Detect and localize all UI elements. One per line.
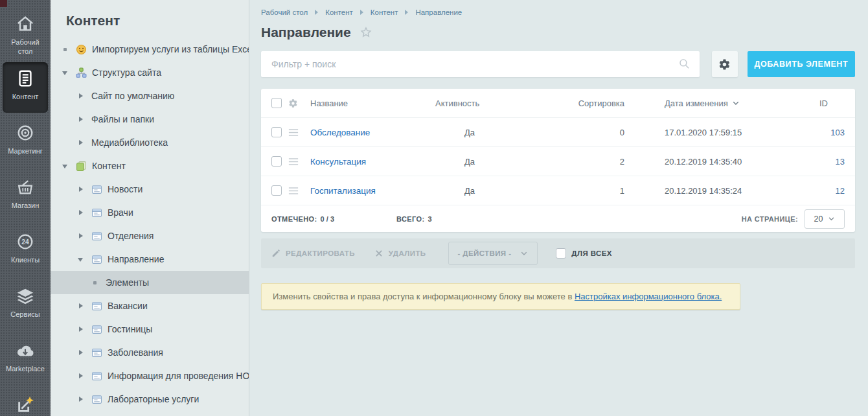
row-menu-icon[interactable] (288, 157, 299, 166)
home-icon (16, 14, 35, 34)
chevron-right-icon (76, 371, 86, 380)
row-checkbox[interactable] (271, 127, 282, 137)
table-header-row: Название Активность Сортировка Дата изме… (261, 89, 855, 117)
sidebar-item-content[interactable]: Контент (3, 62, 48, 113)
breadcrumb-link[interactable]: Контент (371, 8, 398, 16)
breadcrumb-link[interactable]: Контент (325, 8, 353, 16)
menu-item-elements[interactable]: Элементы (51, 271, 249, 294)
page-title: Направление (261, 25, 351, 40)
breadcrumb: Рабочий стол Контент Контент Направление (261, 8, 855, 16)
menu-item-label: Направление (108, 254, 164, 264)
breadcrumb-link[interactable]: Рабочий стол (261, 8, 308, 16)
sidebar-item-label: Контент (12, 93, 39, 102)
main-content: Рабочий стол Контент Контент Направление… (249, 0, 868, 416)
document-icon (16, 69, 35, 88)
delete-button-label: УДАЛИТЬ (389, 249, 426, 257)
column-header-id[interactable]: ID (775, 98, 845, 108)
actions-dropdown[interactable]: - ДЕЙСТВИЯ - (448, 242, 538, 265)
sidebar-item-marketplace[interactable]: Marketplace (3, 334, 48, 385)
menu-item-news[interactable]: Новости (51, 178, 249, 201)
menu-item-label: Информация для проведения НОК (108, 371, 249, 381)
sidebar-item-label: Рабочий стол (4, 38, 47, 56)
iblock-icon (91, 184, 102, 195)
for-all-checkbox[interactable] (556, 248, 566, 259)
menu-item-label: Структура сайта (92, 67, 161, 78)
search-icon[interactable] (678, 58, 691, 70)
element-name-link[interactable]: Консультация (310, 157, 435, 167)
column-header-date[interactable]: Дата изменения (624, 98, 775, 108)
grid-settings-button[interactable] (712, 51, 738, 77)
cell-id-link[interactable]: 103 (775, 128, 845, 137)
cell-active: Да (435, 186, 565, 196)
table-row: Госпитализация Да 1 20.12.2019 14:35:24 … (261, 176, 855, 205)
row-menu-icon[interactable] (288, 187, 299, 195)
filter-box (261, 51, 700, 77)
sidebar-item-clients[interactable]: Клиенты (3, 225, 48, 276)
content-menu-panel: Контент Импортируем услуги из таблицы Ex… (51, 0, 249, 416)
per-page-select[interactable]: 20 (805, 209, 845, 229)
chevron-right-icon (76, 208, 86, 217)
row-menu-icon[interactable] (288, 128, 299, 137)
column-header-active[interactable]: Активность (435, 98, 565, 108)
chevron-down-icon (828, 215, 835, 222)
edit-button[interactable]: РЕДАКТИРОВАТЬ (271, 249, 355, 258)
cell-id-link[interactable]: 12 (775, 186, 845, 196)
column-header-sort[interactable]: Сортировка (565, 98, 624, 108)
menu-item-medialibrary[interactable]: Медиабиблиотека (51, 131, 249, 154)
menu-item-content[interactable]: Контент (51, 154, 249, 178)
iblock-icon (91, 371, 102, 382)
basket-icon (16, 178, 35, 197)
menu-item-nok-info[interactable]: Информация для проведения НОК (51, 364, 249, 387)
filter-search-input[interactable] (261, 51, 700, 77)
total-label: ВСЕГО: (396, 215, 425, 223)
iblock-settings-link[interactable]: Настройках информационного блока. (575, 292, 722, 301)
menu-item-label: Сайт по умолчанию (91, 91, 174, 101)
menu-item-hotels[interactable]: Гостиницы (51, 318, 249, 341)
menu-item-import-excel[interactable]: Импортируем услуги из таблицы Excel (51, 38, 249, 61)
row-checkbox[interactable] (271, 156, 282, 167)
add-element-button[interactable]: ДОБАВИТЬ ЭЛЕМЕНТ (748, 51, 855, 77)
bullet-icon (91, 278, 100, 287)
checked-label: ОТМЕЧЕНО: (271, 215, 317, 223)
menu-item-files-folders[interactable]: Файлы и папки (51, 108, 249, 131)
menu-item-departments[interactable]: Отделения (51, 224, 249, 248)
layers-icon (16, 286, 35, 306)
menu-item-lab-services[interactable]: Лабораторные услуги (51, 387, 249, 411)
menu-item-default-site[interactable]: Сайт по умолчанию (51, 84, 249, 108)
sidebar-item-wizard[interactable] (3, 389, 48, 416)
chevron-down-icon (61, 161, 71, 170)
menu-item-label: Элементы (106, 277, 149, 288)
sidebar-item-desktop[interactable]: Рабочий стол (3, 8, 48, 58)
menu-item-cutoff[interactable] (51, 411, 249, 416)
iblock-icon (91, 347, 102, 358)
column-settings-gear-icon[interactable] (288, 98, 298, 108)
breadcrumb-link[interactable]: Направление (415, 8, 462, 16)
sidebar-item-label: Магазин (12, 202, 39, 211)
menu-item-label: Гостиницы (108, 324, 152, 334)
favorite-star-icon[interactable] (360, 26, 372, 39)
sidebar-item-label: Маркетинг (8, 147, 42, 156)
sidebar-item-label: Сервисы (10, 310, 40, 319)
menu-item-vacancies[interactable]: Вакансии (51, 294, 249, 318)
cell-sort: 2 (565, 157, 624, 167)
select-all-checkbox[interactable] (271, 98, 282, 108)
sidebar-item-shop[interactable]: Магазин (3, 171, 48, 222)
for-all-control[interactable]: ДЛЯ ВСЕХ (556, 248, 611, 259)
element-name-link[interactable]: Обследование (310, 128, 435, 137)
sidebar-item-marketing[interactable]: Маркетинг (3, 117, 48, 167)
cell-id-link[interactable]: 13 (775, 157, 845, 167)
menu-item-doctors[interactable]: Врачи (51, 201, 249, 224)
delete-button[interactable]: УДАЛИТЬ (374, 249, 426, 258)
menu-item-diseases[interactable]: Заболевания (51, 341, 249, 364)
iblock-icon (91, 301, 102, 312)
menu-item-label: Заболевания (108, 347, 163, 358)
column-header-name[interactable]: Название (310, 98, 435, 108)
sidebar-item-services[interactable]: Сервисы (3, 280, 48, 330)
element-name-link[interactable]: Госпитализация (310, 186, 435, 196)
menu-item-site-structure[interactable]: Структура сайта (51, 61, 249, 84)
menu-item-direction[interactable]: Направление (51, 248, 249, 271)
row-checkbox[interactable] (271, 185, 282, 196)
x-icon (374, 249, 383, 258)
sitemap-icon (76, 67, 87, 78)
edit-button-label: РЕДАКТИРОВАТЬ (286, 249, 355, 257)
